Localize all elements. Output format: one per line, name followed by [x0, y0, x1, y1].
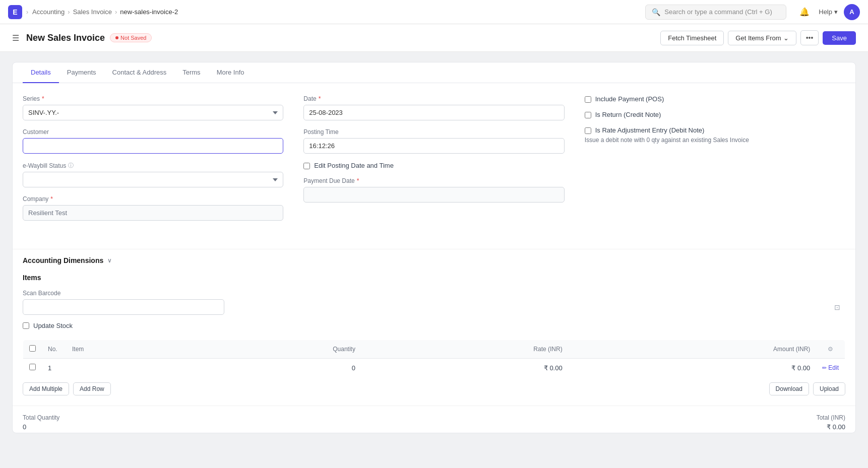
select-all-checkbox[interactable]	[29, 345, 36, 352]
ewaybill-label: e-Waybill Status ⓘ	[23, 162, 283, 169]
tab-details[interactable]: Details	[23, 62, 59, 83]
upload-button[interactable]: Upload	[813, 382, 845, 395]
help-button[interactable]: Help ▾	[819, 8, 838, 16]
main-content: Details Payments Contact & Address Terms…	[0, 52, 868, 443]
total-inr-group: Total (INR) ₹ 0.00	[817, 414, 845, 431]
update-stock-checkbox[interactable]	[23, 322, 29, 329]
items-table-body: 1 0 ₹ 0.00 ₹ 0.00 ✏ Edit	[23, 359, 845, 377]
date-required-marker: *	[319, 95, 321, 102]
edit-icon: ✏	[822, 365, 827, 371]
table-actions: Add Multiple Add Row Download Upload	[23, 382, 845, 395]
table-actions-left: Add Multiple Add Row	[23, 382, 111, 395]
customer-label: Customer	[23, 128, 283, 136]
hamburger-menu-icon[interactable]: ☰	[12, 33, 19, 43]
row-checkbox-cell	[23, 359, 42, 377]
avatar[interactable]: A	[844, 4, 860, 20]
th-rate: Rate (INR)	[361, 340, 569, 359]
payment-due-required-marker: *	[357, 177, 359, 184]
help-chevron-icon: ▾	[834, 8, 838, 16]
total-inr-label: Total (INR)	[817, 414, 845, 421]
more-options-button[interactable]: •••	[800, 30, 819, 45]
include-payment-label: Include Payment (POS)	[585, 95, 845, 103]
settings-gear-icon[interactable]: ⚙	[828, 346, 833, 353]
tab-contact-address[interactable]: Contact & Address	[104, 62, 175, 83]
edit-posting-checkbox-label: Edit Posting Date and Time	[303, 162, 564, 169]
row-item-cell	[66, 359, 187, 377]
get-items-chevron-icon: ⌄	[783, 34, 789, 42]
scan-barcode-icon: ⊡	[834, 303, 840, 311]
th-no: No.	[42, 340, 66, 359]
date-group: Date *	[303, 95, 564, 120]
update-stock-row: Update Stock	[23, 322, 845, 329]
th-quantity: Quantity	[187, 340, 361, 359]
breadcrumb: Accounting › Sales Invoice › new-sales-i…	[32, 8, 178, 16]
is-return-checkbox[interactable]	[585, 112, 591, 118]
form-col-1: Series * SINV-.YY.- Customer	[23, 95, 283, 229]
rate-adjustment-desc: Issue a debit note with 0 qty against an…	[585, 136, 845, 145]
scan-barcode-input[interactable]	[23, 299, 224, 315]
form-col-2: Date * Posting Time Edit Posting Date an…	[303, 95, 564, 229]
page-header-actions: Fetch Timesheet Get Items From ⌄ ••• Sav…	[660, 30, 856, 45]
series-group: Series * SINV-.YY.-	[23, 95, 283, 120]
items-section: Items Scan Barcode ⊡ Update Stock No.	[13, 274, 855, 406]
series-select[interactable]: SINV-.YY.-	[23, 105, 283, 120]
totals-row: Total Quantity 0 Total (INR) ₹ 0.00	[13, 406, 855, 433]
form-col-3: Include Payment (POS) Is Return (Credit …	[585, 95, 845, 229]
get-items-from-button[interactable]: Get Items From ⌄	[728, 31, 796, 45]
tab-payments[interactable]: Payments	[59, 62, 104, 83]
form-card: Details Payments Contact & Address Terms…	[12, 62, 856, 433]
include-payment-group: Include Payment (POS)	[585, 95, 845, 103]
breadcrumb-accounting[interactable]: Accounting	[32, 8, 65, 16]
accounting-dimensions-header[interactable]: Accounting Dimensions ∨	[13, 249, 855, 272]
add-row-button[interactable]: Add Row	[73, 382, 111, 395]
rate-adjustment-checkbox[interactable]	[585, 127, 591, 134]
search-icon: 🔍	[652, 8, 660, 16]
global-search[interactable]: 🔍 Search or type a command (Ctrl + G)	[645, 5, 786, 20]
status-dot	[115, 36, 118, 39]
company-required-marker: *	[50, 195, 53, 203]
add-multiple-button[interactable]: Add Multiple	[23, 382, 69, 395]
download-button[interactable]: Download	[769, 382, 809, 395]
tab-more-info[interactable]: More Info	[209, 62, 253, 83]
edit-row-button[interactable]: ✏ Edit	[822, 364, 839, 371]
ewaybill-help-icon[interactable]: ⓘ	[68, 162, 74, 169]
th-item: Item	[66, 340, 187, 359]
customer-group: Customer	[23, 128, 283, 154]
payment-due-date-input[interactable]	[303, 187, 564, 203]
ewaybill-select[interactable]	[23, 172, 283, 187]
form-body: Series * SINV-.YY.- Customer	[13, 83, 855, 249]
company-input[interactable]	[23, 205, 283, 221]
row-edit-cell: ✏ Edit	[816, 359, 845, 377]
fetch-timesheet-button[interactable]: Fetch Timesheet	[660, 31, 724, 45]
nav-icons: 🔔 Help ▾ A	[796, 4, 860, 20]
total-quantity-group: Total Quantity 0	[23, 414, 59, 431]
row-no-cell: 1	[42, 359, 66, 377]
breadcrumb-sales-invoice[interactable]: Sales Invoice	[73, 8, 112, 16]
accounting-dimensions-chevron-icon: ∨	[107, 257, 112, 264]
save-button[interactable]: Save	[823, 31, 856, 45]
notification-bell-icon[interactable]: 🔔	[796, 4, 813, 20]
customer-input[interactable]	[23, 138, 283, 154]
th-checkbox	[23, 340, 42, 359]
posting-time-input[interactable]	[303, 138, 564, 154]
company-group: Company *	[23, 195, 283, 221]
items-table-header-row: No. Item Quantity Rate (INR) Amount (INR…	[23, 340, 845, 359]
include-payment-checkbox[interactable]	[585, 96, 591, 103]
status-badge: Not Saved	[110, 33, 152, 42]
tab-terms[interactable]: Terms	[174, 62, 208, 83]
payment-due-date-label: Payment Due Date *	[303, 177, 564, 184]
total-quantity-value: 0	[23, 423, 59, 431]
breadcrumb-sep-2: ›	[115, 8, 117, 16]
series-required-marker: *	[42, 95, 44, 102]
posting-time-label: Posting Time	[303, 128, 564, 136]
row-checkbox[interactable]	[29, 364, 36, 370]
rate-adjustment-label: Is Rate Adjustment Entry (Debit Note)	[585, 126, 845, 134]
date-input[interactable]	[303, 105, 564, 120]
series-select-wrapper: SINV-.YY.-	[23, 105, 283, 120]
tabs-bar: Details Payments Contact & Address Terms…	[13, 62, 855, 83]
breadcrumb-sep-1: ›	[68, 8, 70, 16]
page-header: ☰ New Sales Invoice Not Saved Fetch Time…	[0, 24, 868, 52]
edit-posting-checkbox[interactable]	[303, 163, 310, 169]
scan-input-wrapper: ⊡	[23, 299, 845, 315]
series-label: Series *	[23, 95, 283, 102]
